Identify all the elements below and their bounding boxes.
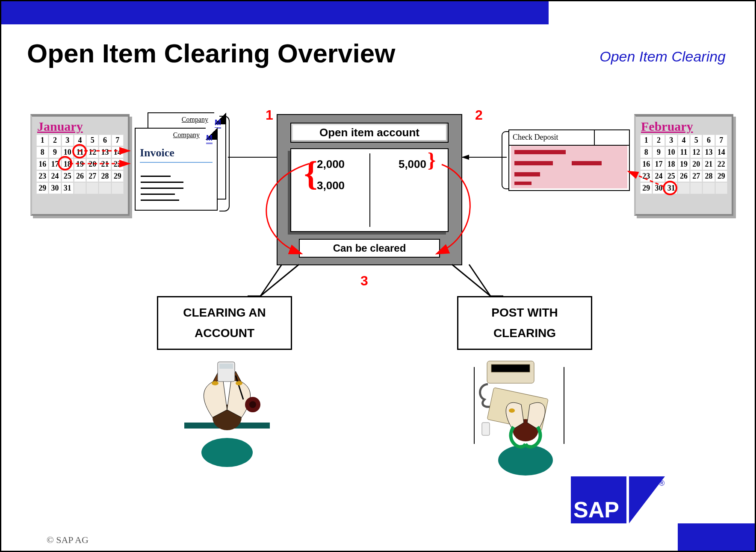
open-item-title: Open item account — [290, 123, 449, 143]
svg-text:SAP: SAP — [573, 497, 619, 522]
illustration-clerk-keyboard — [457, 358, 568, 470]
subtitle: Open Item Clearing — [599, 48, 726, 65]
check-bracket — [502, 131, 508, 189]
invoice-stack: Company M Company M Invoice — [135, 112, 224, 211]
svg-point-23 — [509, 408, 515, 413]
clearing-box-right: POST WITH CLEARING — [457, 296, 592, 350]
bottom-bar — [678, 523, 755, 551]
marker-2: 2 — [475, 107, 483, 123]
svg-text:®: ® — [659, 479, 664, 487]
clearing-box-left: CLEARING AN ACCOUNT — [157, 296, 292, 350]
copyright: © SAP AG — [47, 534, 89, 546]
svg-point-13 — [212, 381, 219, 385]
marker-3: 3 — [360, 273, 368, 289]
sap-logo: SAP ® — [571, 476, 665, 523]
page-title: Open Item Clearing Overview — [27, 38, 395, 68]
tail-left — [235, 264, 303, 298]
month-label: January — [32, 117, 128, 135]
credit-1: 5,000 — [399, 158, 426, 171]
clearing-right-l2: CLEARING — [458, 323, 591, 344]
clearing-right-l1: POST WITH — [458, 302, 591, 323]
check-deposit-label: Check Deposit — [509, 130, 595, 145]
invoice-doc-front: Company M Invoice — [135, 128, 218, 211]
svg-rect-9 — [219, 364, 233, 369]
svg-point-11 — [249, 401, 256, 408]
svg-rect-22 — [482, 423, 490, 435]
svg-line-4 — [628, 171, 664, 187]
svg-rect-18 — [491, 364, 530, 372]
arrow-feb-to-check — [626, 168, 668, 194]
tail-right — [448, 264, 516, 298]
clearing-left-l1: CLEARING AN — [158, 302, 291, 323]
arrow-jan-to-invoice-1 — [78, 147, 138, 159]
clearing-left-l2: ACCOUNT — [158, 323, 291, 344]
svg-point-6 — [201, 438, 253, 467]
calendar-february: February 1234567 891011121314 1617181920… — [634, 114, 733, 216]
invoice-label: Invoice — [140, 147, 174, 159]
illustration-clerk-calculator — [171, 358, 283, 470]
marker-1: 1 — [266, 107, 273, 123]
arrow-debit-to-clear — [258, 159, 378, 262]
svg-point-20 — [498, 445, 553, 476]
logo-m-front: M — [206, 134, 213, 144]
invoice-bracket — [219, 116, 230, 211]
month-label-feb: February — [636, 117, 732, 135]
check-deposit: Check Deposit — [508, 129, 630, 191]
top-bar — [1, 1, 549, 24]
svg-point-14 — [236, 381, 242, 385]
company-label-back: Company — [182, 116, 208, 123]
company-label-front: Company — [173, 131, 200, 139]
arrow-jan-to-invoice-2 — [70, 159, 138, 172]
